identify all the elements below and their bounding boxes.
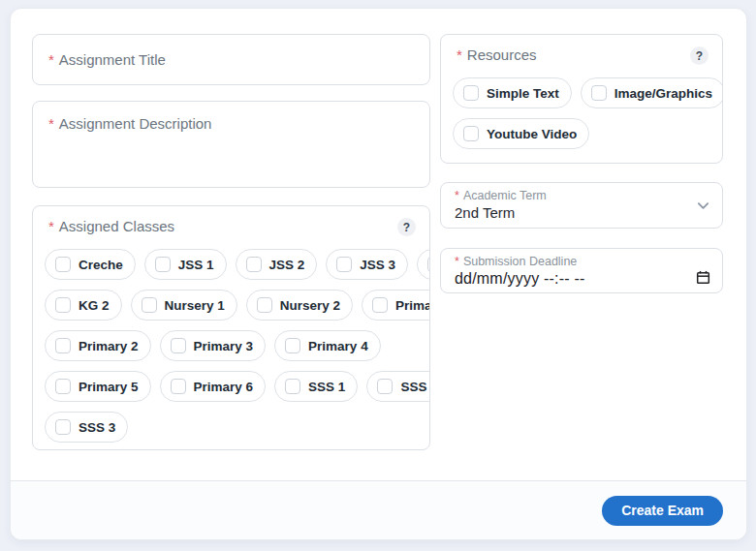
chip-label: JSS 3 [360, 258, 395, 272]
assigned-classes-label: * Assigned Classes [48, 218, 174, 234]
resource-option-chip[interactable]: Youtube Video [453, 118, 589, 149]
chip-row: SSS 3 [45, 412, 418, 443]
checkbox-icon[interactable] [591, 85, 607, 101]
class-option-chip[interactable]: Primary 4 [274, 330, 381, 361]
checkbox-icon[interactable] [171, 379, 186, 394]
chip-label: Nursery 1 [165, 298, 225, 313]
class-option-chip[interactable]: JSS 1 [144, 249, 227, 280]
class-option-chip[interactable]: JSS 2 [236, 249, 318, 280]
assigned-classes-chips: Creche JSS 1 JSS 2 JSS 3 KG 1 [45, 249, 418, 443]
resources-chips: Simple Text Image/Graphics Youtube Video [453, 77, 710, 149]
assigned-classes-group: * Assigned Classes ? Creche JSS 1 [32, 205, 430, 450]
assignment-title-input[interactable]: * Assignment Title [32, 34, 430, 85]
checkbox-icon[interactable] [377, 379, 393, 394]
checkbox-icon[interactable] [171, 338, 186, 353]
chip-row: Youtube Video [453, 118, 710, 149]
class-option-chip[interactable]: SSS 2 [366, 371, 430, 402]
help-icon[interactable]: ? [690, 46, 709, 65]
chevron-down-icon [696, 199, 710, 213]
class-option-chip[interactable]: SSS 3 [45, 412, 128, 443]
required-asterisk: * [48, 51, 54, 68]
chip-label: Creche [79, 258, 123, 272]
resource-option-chip[interactable]: Image/Graphics [581, 77, 723, 108]
checkbox-icon[interactable] [55, 297, 71, 313]
class-option-chip[interactable]: Creche [45, 249, 136, 280]
checkbox-icon[interactable] [427, 257, 430, 272]
checkbox-icon[interactable] [372, 297, 388, 313]
required-asterisk: * [48, 218, 54, 234]
chip-label: Primary 2 [79, 339, 139, 353]
chip-label: Youtube Video [487, 127, 577, 141]
submission-deadline-label: * Submission Deadline [455, 255, 683, 268]
checkbox-icon[interactable] [55, 419, 71, 435]
card-body: * Assignment Title * Assignment Descript… [11, 9, 746, 480]
resources-label: * Resources [457, 46, 537, 63]
checkbox-icon[interactable] [246, 257, 262, 272]
chip-label: SSS 3 [79, 420, 115, 435]
class-option-chip[interactable]: JSS 3 [326, 249, 408, 280]
help-icon[interactable]: ? [397, 218, 416, 236]
checkbox-icon[interactable] [285, 379, 300, 394]
academic-term-select[interactable]: * Academic Term 2nd Term [440, 182, 723, 229]
checkbox-icon[interactable] [142, 297, 157, 313]
chip-row: KG 2 Nursery 1 Nursery 2 Primary 1 [45, 290, 418, 321]
submission-deadline-input[interactable]: * Submission Deadline dd/mm/yyyy --:-- -… [440, 248, 723, 293]
create-assignment-card: * Assignment Title * Assignment Descript… [10, 8, 747, 540]
academic-term-value: 2nd Term [455, 204, 683, 221]
chip-label: Primary 1 [395, 298, 430, 313]
academic-term-label: * Academic Term [455, 189, 683, 202]
checkbox-icon[interactable] [55, 338, 71, 353]
chip-label: Simple Text [487, 86, 559, 101]
create-exam-button[interactable]: Create Exam [602, 496, 723, 526]
left-column: * Assignment Title * Assignment Descript… [32, 34, 430, 480]
checkbox-icon[interactable] [55, 257, 71, 272]
resources-header: * Resources ? [453, 46, 710, 65]
chip-label: KG 2 [79, 298, 110, 313]
chip-label: Image/Graphics [614, 86, 712, 101]
chip-label: JSS 2 [269, 258, 305, 272]
chip-label: Primary 6 [194, 380, 254, 394]
assignment-title-placeholder: Assignment Title [59, 51, 166, 68]
resource-option-chip[interactable]: Simple Text [453, 77, 572, 108]
assignment-description-input[interactable]: * Assignment Description [32, 101, 430, 188]
class-option-chip[interactable]: Nursery 1 [131, 290, 237, 321]
required-asterisk: * [455, 189, 459, 202]
chip-row: Simple Text Image/Graphics [453, 77, 710, 108]
checkbox-icon[interactable] [463, 85, 479, 101]
class-option-chip[interactable]: KG 2 [45, 290, 122, 321]
chip-row: Creche JSS 1 JSS 2 JSS 3 KG 1 [45, 249, 418, 280]
class-option-chip[interactable]: Primary 6 [160, 371, 267, 402]
required-asterisk: * [48, 115, 54, 132]
required-asterisk: * [455, 255, 459, 268]
checkbox-icon[interactable] [55, 379, 71, 394]
checkbox-icon[interactable] [463, 126, 479, 141]
chip-label: SSS 1 [308, 380, 345, 394]
chip-row: Primary 2 Primary 3 Primary 4 [45, 330, 418, 361]
chip-row: Primary 5 Primary 6 SSS 1 SSS 2 [45, 371, 418, 402]
class-option-chip[interactable]: Primary 3 [160, 330, 267, 361]
calendar-icon[interactable] [696, 270, 710, 285]
assignment-description-placeholder: Assignment Description [59, 115, 212, 132]
submission-deadline-value: dd/mm/yyyy --:-- -- [455, 270, 683, 288]
assigned-classes-header: * Assigned Classes ? [45, 217, 418, 236]
chip-label: Primary 4 [308, 339, 368, 353]
class-option-chip[interactable]: KG 1 [417, 249, 430, 280]
resources-group: * Resources ? Simple Text Image/Graphics [440, 34, 723, 164]
chip-label: Primary 5 [79, 380, 139, 394]
required-asterisk: * [457, 46, 462, 63]
class-option-chip[interactable]: Nursery 2 [246, 290, 353, 321]
class-option-chip[interactable]: Primary 5 [45, 371, 151, 402]
chip-label: Primary 3 [194, 339, 254, 353]
card-footer: Create Exam [11, 480, 746, 539]
checkbox-icon[interactable] [257, 297, 272, 313]
class-option-chip[interactable]: Primary 1 [362, 290, 430, 321]
right-column: * Resources ? Simple Text Image/Graphics [440, 34, 723, 480]
checkbox-icon[interactable] [155, 257, 171, 272]
checkbox-icon[interactable] [336, 257, 352, 272]
class-option-chip[interactable]: Primary 2 [45, 330, 151, 361]
chip-label: Nursery 2 [280, 298, 340, 313]
class-option-chip[interactable]: SSS 1 [274, 371, 358, 402]
chip-label: SSS 2 [400, 380, 430, 394]
checkbox-icon[interactable] [285, 338, 300, 353]
chip-label: JSS 1 [178, 258, 214, 272]
